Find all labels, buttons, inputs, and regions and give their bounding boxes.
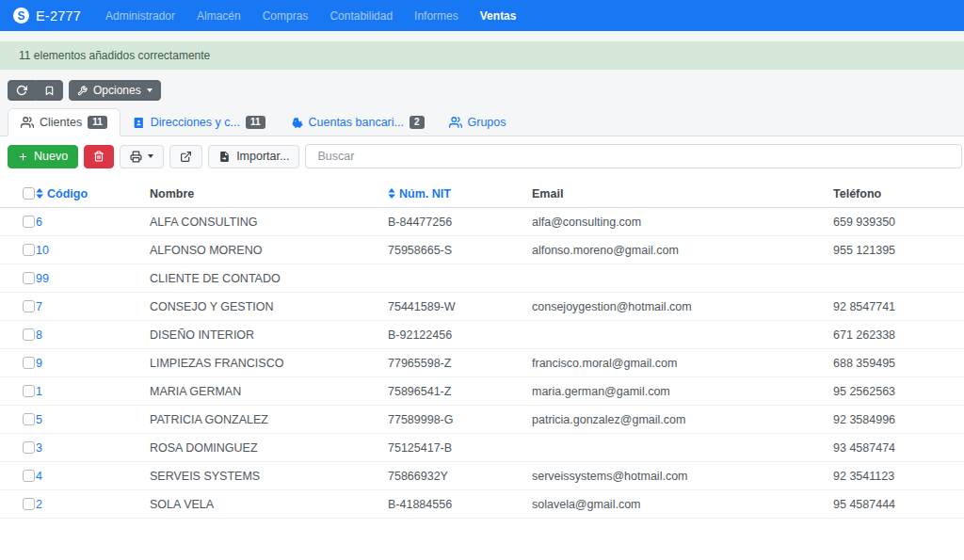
row-checkbox[interactable]: [23, 470, 35, 482]
nit-cell: 75866932Y: [388, 470, 532, 483]
opciones-label: Opciones: [93, 84, 141, 97]
success-alert: 11 elementos añadidos correctamente: [0, 41, 964, 70]
table-row[interactable]: 3 ROSA DOMINGUEZ 75125417-B 93 4587474: [0, 434, 964, 462]
codigo-link[interactable]: 4: [36, 470, 42, 483]
opciones-dropdown-button[interactable]: Opciones: [69, 80, 161, 101]
select-all-checkbox[interactable]: [23, 187, 35, 200]
open-external-button[interactable]: [169, 145, 202, 168]
tab-clientes-count-badge: 11: [88, 116, 107, 129]
email-cell: serveissystems@hotmail.com: [532, 470, 833, 483]
codigo-link[interactable]: 8: [36, 328, 42, 342]
codigo-link[interactable]: 7: [36, 300, 42, 313]
trash-icon: [93, 151, 104, 162]
tab-content: Nuevo Impor: [0, 136, 964, 560]
nuevo-button[interactable]: Nuevo: [8, 145, 78, 168]
sort-icon: [388, 188, 395, 199]
email-cell: alfa@consulting.com: [532, 216, 833, 229]
sort-icon: [36, 188, 43, 199]
row-checkbox[interactable]: [23, 441, 35, 454]
table-row[interactable]: 99 CLIENTE DE CONTADO: [0, 264, 964, 293]
row-checkbox[interactable]: [23, 385, 35, 397]
table-row[interactable]: 7 CONSEJO Y GESTION 75441589-W consejoyg…: [0, 293, 964, 321]
tab-cuentas-count-badge: 2: [410, 116, 425, 129]
tab-cuentas-bancarias[interactable]: Cuentas bancari... 2: [278, 109, 437, 136]
nav-item-ventas[interactable]: Ventas: [480, 9, 517, 23]
tab-direcciones-label: Direcciones y c...: [151, 116, 240, 129]
tab-bar: Clientes 11 Direcciones y c... 11 Cuenta…: [0, 101, 964, 136]
tab-cuentas-label: Cuentas bancari...: [309, 116, 404, 129]
refresh-button[interactable]: [8, 80, 36, 101]
codigo-link[interactable]: 99: [36, 272, 49, 285]
email-cell: consejoygestion@hotmail.com: [532, 300, 833, 313]
plus-icon: [18, 152, 28, 162]
codigo-link[interactable]: 10: [36, 244, 49, 257]
nav-item-compras[interactable]: Compras: [263, 9, 309, 23]
codigo-link[interactable]: 9: [36, 357, 42, 370]
table-row[interactable]: 10 ALFONSO MORENO 75958665-S alfonso.mor…: [0, 236, 964, 264]
delete-button[interactable]: [84, 145, 114, 168]
nav-item-contabilidad[interactable]: Contabilidad: [329, 9, 393, 23]
nav-item-administrador[interactable]: Administrador: [105, 9, 175, 23]
nit-cell: 75958665-S: [388, 244, 532, 257]
column-header-nit[interactable]: Núm. NIT: [388, 187, 532, 200]
row-checkbox[interactable]: [23, 216, 35, 228]
table-row[interactable]: 6 ALFA CONSULTING B-84477256 alfa@consul…: [0, 208, 964, 236]
nit-cell: 75125417-B: [388, 441, 532, 455]
table-row[interactable]: 9 LIMPIEZAS FRANCISCO 77965598-Z francis…: [0, 349, 964, 377]
table-row[interactable]: 4 SERVEIS SYSTEMS 75866932Y serveissyste…: [0, 462, 964, 490]
table-row[interactable]: 2 SOLA VELA B-41884556 solavela@gmail.co…: [0, 490, 964, 519]
tab-direcciones[interactable]: Direcciones y c... 11: [120, 109, 278, 136]
chevron-down-icon: [148, 154, 153, 158]
clients-table: Código Nombre Núm. NIT Email Teléfono: [0, 180, 964, 519]
row-checkbox[interactable]: [23, 300, 35, 312]
bookmark-button[interactable]: [36, 80, 63, 101]
nav-item-almacen[interactable]: Almacén: [197, 9, 241, 23]
success-alert-message: 11 elementos añadidos correctamente: [19, 49, 210, 62]
nav-item-informes[interactable]: Informes: [414, 9, 458, 23]
telefono-cell: 95 2562563: [833, 385, 964, 398]
print-dropdown-button[interactable]: [120, 145, 164, 168]
row-checkbox[interactable]: [23, 413, 35, 425]
telefono-cell: 955 121395: [833, 244, 964, 257]
external-link-icon: [180, 151, 192, 163]
telefono-cell: 688 359495: [833, 357, 964, 370]
nit-cell: 75896541-Z: [388, 385, 532, 398]
piggy-bank-icon: [290, 116, 303, 129]
action-row: Nuevo Impor: [0, 136, 964, 168]
codigo-link[interactable]: 2: [36, 498, 42, 511]
row-checkbox[interactable]: [23, 357, 35, 369]
codigo-link[interactable]: 1: [36, 385, 42, 398]
nombre-cell: ROSA DOMINGUEZ: [150, 441, 388, 455]
brand[interactable]: S E-2777: [13, 8, 81, 24]
user-group-icon: [449, 116, 462, 129]
telefono-cell: 92 8547741: [833, 300, 964, 313]
table-row[interactable]: 1 MARIA GERMAN 75896541-Z maria.german@g…: [0, 377, 964, 406]
nombre-cell: MARIA GERMAN: [150, 385, 388, 398]
table-row[interactable]: 8 DISEÑO INTERIOR B-92122456 671 262338: [0, 321, 964, 349]
telefono-cell: 93 4587474: [833, 441, 964, 455]
row-checkbox[interactable]: [23, 498, 35, 510]
page-header-zone: 11 elementos añadidos correctamente: [0, 31, 964, 136]
importar-button[interactable]: Importar...: [208, 145, 299, 168]
telefono-cell: 92 3541123: [833, 470, 964, 483]
row-checkbox[interactable]: [23, 328, 35, 341]
app-window: S E-2777 Administrador Almacén Compras C…: [0, 0, 964, 560]
telefono-cell: 659 939350: [833, 216, 964, 229]
printer-icon: [130, 151, 142, 163]
codigo-link[interactable]: 5: [36, 413, 42, 426]
search-input[interactable]: [305, 144, 962, 168]
nit-cell: B-92122456: [388, 328, 532, 342]
tab-grupos[interactable]: Grupos: [437, 109, 519, 136]
toolbar: Opciones: [0, 70, 964, 101]
top-navbar: S E-2777 Administrador Almacén Compras C…: [0, 0, 964, 31]
codigo-link[interactable]: 3: [36, 441, 42, 455]
table-row[interactable]: 5 PATRICIA GONZALEZ 77589998-G patricia.…: [0, 406, 964, 434]
column-header-codigo[interactable]: Código: [36, 187, 150, 200]
tab-direcciones-count-badge: 11: [246, 116, 265, 129]
telefono-cell: 671 262338: [833, 328, 964, 342]
row-checkbox[interactable]: [23, 272, 35, 284]
tab-clientes[interactable]: Clientes 11: [8, 108, 120, 136]
row-checkbox[interactable]: [23, 244, 35, 256]
codigo-link[interactable]: 6: [36, 216, 42, 229]
nit-cell: B-41884556: [388, 498, 532, 511]
